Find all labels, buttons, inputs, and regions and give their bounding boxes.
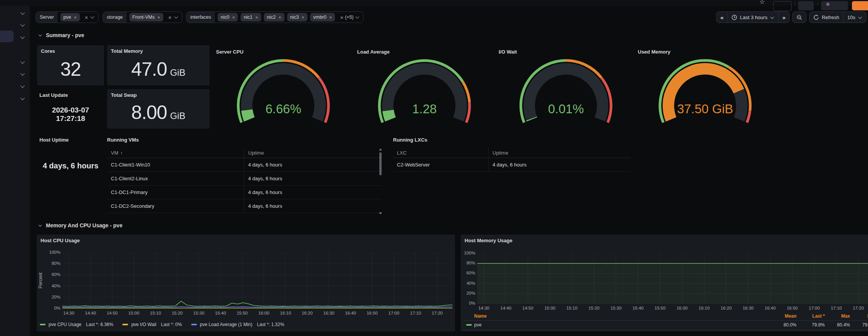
legend-item[interactable]: pve I/O WaitLast *: 0%: [122, 322, 182, 327]
host-uptime-stat-panel: Host Uptime 4 days, 6 hours: [37, 134, 104, 214]
column-header-uptime[interactable]: Uptime: [488, 148, 631, 158]
refresh-interval-picker[interactable]: 10s: [843, 12, 866, 23]
filter-label[interactable]: interfaces: [187, 12, 215, 23]
filter-chip[interactable]: nic0×: [218, 13, 238, 21]
filter-chip[interactable]: nic3×: [287, 13, 308, 21]
time-range-picker[interactable]: Last 3 hours: [727, 12, 778, 23]
filter-chip[interactable]: vmbr0×: [310, 13, 335, 21]
column-header-vm[interactable]: VM↑: [107, 150, 244, 156]
panel-title: Used Memory: [638, 49, 670, 55]
x-tick-label: 14:40: [81, 311, 100, 315]
table-cell-name: C1-DC2-Secondary: [107, 203, 244, 209]
table-cell-name: C1-DC1-Primary: [107, 189, 244, 195]
sidebar-section-chevron-icon[interactable]: [20, 84, 25, 88]
chip-remove-icon[interactable]: ×: [278, 15, 281, 20]
plot-area: [477, 253, 868, 303]
legend-table-column-header[interactable]: Min: [848, 313, 868, 319]
gauge-arc: 6.66%: [232, 57, 335, 128]
topbar-button[interactable]: [798, 1, 814, 10]
star-icon[interactable]: ☆: [759, 0, 765, 5]
row-header-summary[interactable]: Summary - pve: [38, 32, 84, 38]
table-header-row: LXCUptime: [393, 148, 631, 158]
column-header-uptime[interactable]: Uptime: [244, 148, 382, 158]
filter-clear-icon[interactable]: ×: [340, 15, 343, 20]
sidebar-active-item[interactable]: [0, 31, 14, 42]
x-tick-label: 16:20: [298, 311, 316, 315]
legend-series-dash: [122, 324, 128, 325]
chip-remove-icon[interactable]: ×: [329, 15, 332, 20]
filter-group: interfacesnic0×nic1×nic2×nic3×vmbr0××(+5…: [186, 11, 364, 23]
sidebar-section-chevron-icon[interactable]: [20, 35, 25, 39]
chevron-down-icon[interactable]: [354, 13, 361, 21]
filter-clear-icon[interactable]: ×: [85, 15, 88, 20]
legend-table-name-header[interactable]: Name: [474, 313, 487, 319]
last-update-value: 2026-03-07 17:27:18: [37, 106, 104, 123]
legend-series-value: Last *: 6.36%: [86, 322, 113, 327]
sidebar-section-chevron-icon[interactable]: [20, 96, 25, 101]
legend-table-series-name[interactable]: pve: [474, 322, 481, 328]
panel-title: Host Memory Usage: [465, 238, 512, 243]
sidebar-section-chevron-icon[interactable]: [20, 11, 25, 15]
row-header-usage[interactable]: Memory And CPU Usage - pve: [38, 222, 122, 228]
legend-table-column-header[interactable]: Last *: [798, 313, 825, 319]
refresh-interval-label: 10s: [847, 15, 855, 20]
chip-remove-icon[interactable]: ×: [232, 15, 235, 20]
chevron-down-icon[interactable]: [89, 13, 96, 21]
sort-ascending-icon: ↑: [120, 150, 123, 156]
time-shift-back-button[interactable]: «: [717, 12, 727, 23]
chip-remove-icon[interactable]: ×: [74, 15, 77, 20]
refresh-button[interactable]: Refresh: [809, 12, 843, 23]
sidebar-section-chevron-icon[interactable]: [20, 72, 25, 76]
x-tick-label: 15:30: [190, 311, 208, 315]
chip-remove-icon[interactable]: ×: [301, 15, 304, 20]
table-row: C1-Client2-Linux4 days, 6 hours: [107, 171, 382, 186]
filter-label[interactable]: storage: [103, 12, 127, 23]
legend-series-value: Last *: 1.32%: [257, 322, 284, 327]
chip-remove-icon[interactable]: ×: [157, 15, 160, 20]
x-tick-label: 16:10: [695, 306, 713, 310]
legend-item[interactable]: pve Load Average (1 Min)Last *: 1.32%: [191, 322, 284, 327]
filter-group: storageFront-VMs××: [102, 11, 182, 23]
y-axis-label: Percent: [38, 265, 43, 296]
magnifier-minus-icon: [796, 15, 802, 20]
chip-label: nic3: [290, 15, 299, 20]
table-cell-uptime: 4 days, 6 hours: [488, 158, 631, 171]
filter-clear-icon[interactable]: ×: [168, 15, 172, 20]
refresh-label: Refresh: [822, 15, 839, 20]
sidebar-section-chevron-icon[interactable]: [20, 60, 25, 64]
cores-stat-panel: Cores 32: [37, 45, 104, 85]
filter-label[interactable]: Server: [36, 12, 58, 23]
host-uptime-value: 4 days, 6 hours: [37, 161, 104, 170]
topbar-primary-button[interactable]: [852, 1, 868, 10]
filter-chip[interactable]: Front-VMs×: [129, 13, 163, 21]
time-range-label: Last 3 hours: [740, 15, 767, 20]
time-shift-forward-button[interactable]: »: [778, 12, 789, 23]
legend-series-name: pve Load Average (1 Min): [200, 322, 252, 327]
topbar-profile-button[interactable]: [821, 1, 848, 10]
filter-chip[interactable]: nic1×: [241, 13, 261, 21]
chip-label: nic1: [244, 15, 252, 20]
filter-overflow-count[interactable]: (+5): [345, 15, 354, 20]
topbar-button[interactable]: [773, 1, 792, 11]
legend-item[interactable]: pve CPU UsageLast *: 6.36%: [40, 322, 113, 327]
svg-text:0.01%: 0.01%: [548, 102, 584, 116]
filter-chip[interactable]: pve×: [60, 13, 80, 21]
svg-text:37.50 GiB: 37.50 GiB: [677, 102, 733, 116]
sidebar-section-chevron-icon[interactable]: [20, 23, 25, 27]
chip-remove-icon[interactable]: ×: [255, 15, 258, 20]
column-header-lxc[interactable]: LXC: [393, 150, 488, 156]
legend-divider: [463, 320, 868, 321]
panel-title: Host CPU Usage: [41, 238, 80, 243]
x-tick-label: 17:10: [406, 311, 425, 315]
gauge-arc: 1.28: [373, 57, 476, 128]
legend-series-dash: [191, 324, 197, 325]
x-tick-label: 15:00: [541, 306, 559, 310]
time-zoom-out-button[interactable]: [793, 12, 806, 23]
y-tick-label: 60%: [461, 271, 475, 276]
legend-table-column-header[interactable]: Max: [823, 313, 850, 319]
filter-chip[interactable]: nic2×: [264, 13, 284, 21]
sidebar-nav: [0, 6, 30, 336]
legend-table-column-header[interactable]: Mean: [770, 313, 796, 319]
x-tick-label: 15:20: [168, 311, 186, 315]
chevron-down-icon[interactable]: [173, 13, 180, 21]
